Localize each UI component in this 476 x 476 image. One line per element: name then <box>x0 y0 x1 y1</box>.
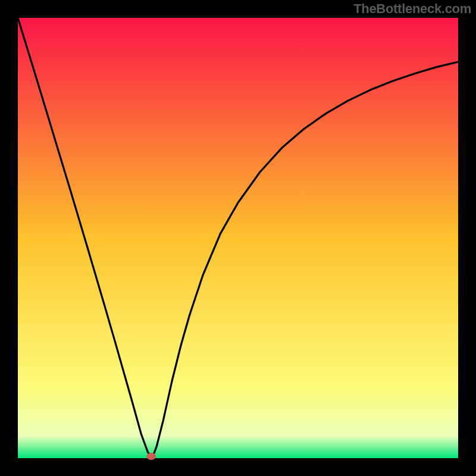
minimum-marker <box>146 453 156 460</box>
chart-svg <box>0 0 476 476</box>
chart-root: TheBottleneck.com <box>0 0 476 476</box>
